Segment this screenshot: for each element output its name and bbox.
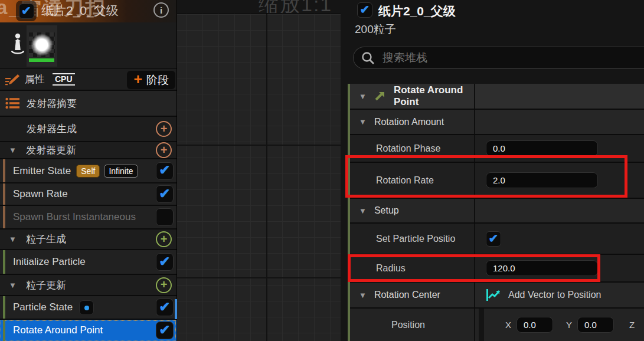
axis-y-label: Y xyxy=(566,320,572,330)
chevron-down-icon[interactable]: ▼ xyxy=(9,235,17,244)
chevron-down-icon[interactable]: ▼ xyxy=(359,206,367,215)
checkbox-box: ✔ xyxy=(19,4,34,19)
module-row-emitter-state[interactable]: Emitter State Self Infinite ✔ xyxy=(0,159,176,183)
check-icon: ✔ xyxy=(489,232,499,244)
axis-z-label: Z xyxy=(629,320,635,330)
chevron-down-icon[interactable]: ▼ xyxy=(359,117,367,126)
zoom-level-label: 缩放1:1 xyxy=(259,0,332,14)
module-row-particle-state[interactable]: Particle State ✔ xyxy=(0,296,176,320)
local-space-person-icon[interactable] xyxy=(10,32,25,57)
group-emitter-spawn[interactable]: 发射器生成 + xyxy=(0,117,176,142)
module-enabled-checkbox[interactable]: ✔ xyxy=(156,253,174,271)
dynamic-input-label[interactable]: Add Vector to Position xyxy=(508,290,601,300)
add-stage-label: 阶段 xyxy=(146,73,169,88)
rotation-phase-input[interactable] xyxy=(486,140,598,156)
emitter-summary-label: 发射器摘要 xyxy=(27,97,77,110)
group-emitter-update[interactable]: ▼ 发射器更新 + xyxy=(0,142,176,159)
add-module-icon[interactable]: + xyxy=(156,231,172,247)
dynamic-input-chart-icon xyxy=(486,288,501,301)
chevron-down-icon[interactable]: ▼ xyxy=(359,92,367,101)
chevron-down-icon[interactable]: ▼ xyxy=(9,146,17,155)
group-label: 粒子更新 xyxy=(26,278,66,292)
curve-editor-canvas[interactable]: 缩放1:1 xyxy=(177,0,341,341)
search-icon xyxy=(361,51,375,65)
group-label: 发射器更新 xyxy=(26,143,76,157)
module-enabled-checkbox[interactable]: ✔ xyxy=(156,185,174,203)
module-accent-bar xyxy=(3,183,5,205)
module-title: Rotate Around Point xyxy=(394,84,474,108)
emitter-enabled-checkbox[interactable]: ✔ xyxy=(16,1,37,21)
add-module-icon[interactable]: + xyxy=(156,142,172,158)
add-stage-button[interactable]: + 阶段 xyxy=(127,71,175,89)
position-y-input[interactable] xyxy=(577,317,614,333)
section-rotation-amount[interactable]: ▼ Rotation Amount xyxy=(350,110,644,135)
add-module-icon[interactable]: + xyxy=(156,121,172,137)
scalability-badge xyxy=(79,300,94,315)
infinite-badge: Infinite xyxy=(104,165,138,178)
grid-major-hline xyxy=(177,277,341,278)
check-icon: ✔ xyxy=(159,187,170,201)
axis-x-label: X xyxy=(505,320,511,330)
module-enabled-checkbox[interactable]: ✔ xyxy=(156,322,174,339)
emitter-title: 纸片2_0_父级 xyxy=(378,3,456,19)
module-arrow-icon xyxy=(374,90,386,102)
grid-major-vline xyxy=(266,14,267,341)
add-module-icon[interactable]: + xyxy=(156,277,172,293)
properties-label: 属性 xyxy=(25,73,45,86)
check-icon: ✔ xyxy=(21,5,31,17)
search-input[interactable] xyxy=(381,51,644,65)
indent-guide xyxy=(479,309,484,341)
section-label: Rotation Amount xyxy=(374,117,444,127)
module-accent-bar xyxy=(3,250,5,274)
position-x-input[interactable] xyxy=(516,317,553,333)
row-set-particle-position: Set Particle Positio ✔ xyxy=(350,224,644,255)
info-icon[interactable]: i xyxy=(153,2,169,18)
properties-pencil-icon xyxy=(5,73,20,87)
module-label: Emitter State xyxy=(13,165,71,177)
canvas-toolbar: 缩放1:1 xyxy=(177,0,341,14)
self-badge: Self xyxy=(76,165,100,178)
module-row-rotate-around-point[interactable]: Rotate Around Point ✔ xyxy=(0,320,176,341)
grid-major-hline xyxy=(177,145,341,146)
module-row-spawn-burst[interactable]: Spawn Burst Instantaneous xyxy=(0,206,176,229)
cpu-badge: CPU xyxy=(53,73,75,86)
module-accent-bar xyxy=(3,159,5,182)
module-enabled-checkbox[interactable]: ✔ xyxy=(156,162,174,180)
material-thumbnail[interactable] xyxy=(27,25,57,67)
group-particle-spawn[interactable]: ▼ 粒子生成 + xyxy=(0,229,176,250)
check-icon: ✔ xyxy=(360,4,370,15)
stack-search-box[interactable] xyxy=(353,47,644,69)
module-row-spawn-rate[interactable]: Spawn Rate ✔ xyxy=(0,183,176,206)
section-setup[interactable]: ▼ Setup xyxy=(350,199,644,224)
field-label: Set Particle Positio xyxy=(376,234,455,244)
emitter-summary-row[interactable]: 发射器摘要 xyxy=(0,91,176,117)
check-icon: ✔ xyxy=(159,300,170,314)
chevron-down-icon[interactable]: ▼ xyxy=(359,291,367,300)
properties-row[interactable]: 属性 CPU + 阶段 xyxy=(0,69,176,91)
plus-icon: + xyxy=(133,72,142,87)
module-enabled-checkbox[interactable]: ✔ xyxy=(156,299,174,316)
module-accent-bar xyxy=(3,320,5,341)
emitter-title: 纸片2_0_父级 xyxy=(41,2,119,19)
module-color-rail xyxy=(348,84,350,341)
annotation-rect-radius xyxy=(348,254,600,282)
module-label: Spawn Burst Instantaneous xyxy=(13,211,136,223)
module-header-rotate-around-point[interactable]: ▼ Rotate Around Point xyxy=(350,84,644,110)
thumbnail-underline xyxy=(29,58,54,62)
scrollbar-thumb[interactable] xyxy=(175,299,177,319)
group-particle-update[interactable]: ▼ 粒子更新 + xyxy=(0,275,176,296)
section-label: Rotation Center xyxy=(374,290,440,300)
emitter-enabled-checkbox[interactable]: ✔ xyxy=(357,2,372,18)
particle-sprite-preview xyxy=(29,32,55,57)
field-label: Rotation Phase xyxy=(376,143,440,154)
check-icon: ✔ xyxy=(159,255,170,268)
module-label: Particle State xyxy=(13,301,73,313)
module-label: Initialize Particle xyxy=(13,256,86,268)
details-header: ✔ 纸片2_0_父级 200粒子 xyxy=(341,0,644,84)
module-accent-bar xyxy=(3,206,5,228)
module-row-initialize-particle[interactable]: Initialize Particle ✔ xyxy=(0,250,176,275)
set-particle-position-checkbox[interactable]: ✔ xyxy=(486,231,501,247)
section-rotation-center[interactable]: ▼ Rotation Center Add Vector to Position xyxy=(350,283,644,309)
chevron-down-icon[interactable]: ▼ xyxy=(9,281,17,290)
module-enabled-checkbox[interactable] xyxy=(156,208,174,226)
